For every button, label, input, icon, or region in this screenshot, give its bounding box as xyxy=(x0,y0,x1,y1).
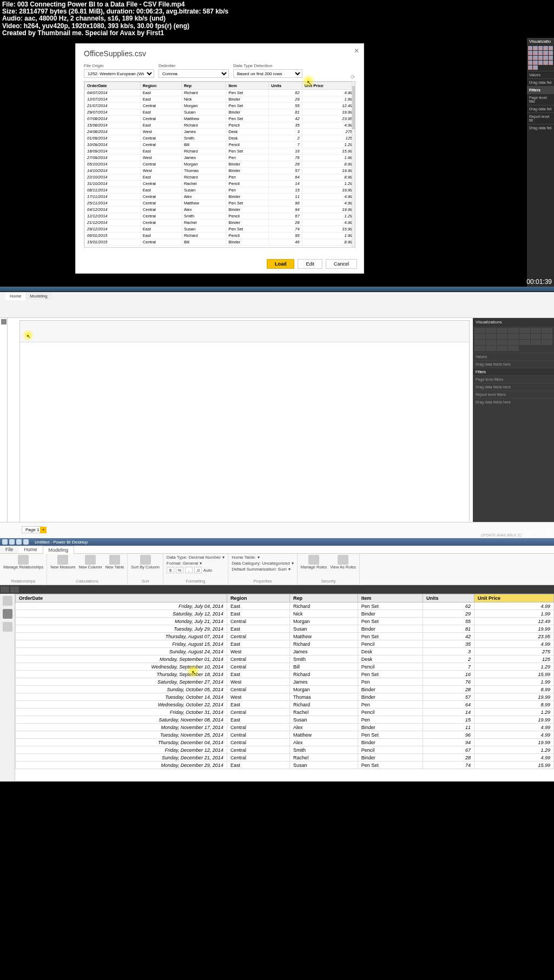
cell[interactable]: Matthew xyxy=(181,200,226,207)
currency-button[interactable]: $ xyxy=(167,567,174,573)
table-row[interactable]: Tuesday, July 29, 2014EastSusanBinder811… xyxy=(16,625,554,633)
cell[interactable]: Pencil xyxy=(226,181,269,187)
cell[interactable]: 2 xyxy=(269,135,302,142)
cell[interactable]: James xyxy=(181,129,226,135)
cell[interactable]: Binder xyxy=(226,168,269,174)
viz-icon[interactable] xyxy=(497,346,507,351)
cell[interactable]: Pencil xyxy=(358,708,423,716)
cell[interactable]: 275 xyxy=(474,648,553,655)
cell[interactable]: Central xyxy=(227,618,289,625)
cell[interactable]: Richard xyxy=(181,233,226,239)
viz-icon[interactable] xyxy=(519,340,530,345)
cell[interactable]: East xyxy=(140,109,181,116)
cell[interactable]: 1.99 xyxy=(302,155,354,161)
column-header[interactable]: OrderDate xyxy=(16,594,227,602)
viz-icon[interactable] xyxy=(528,46,532,50)
cell[interactable]: 8.99 xyxy=(474,701,553,708)
cell[interactable]: Central xyxy=(227,754,289,762)
cell[interactable]: 4.99 xyxy=(302,90,354,96)
cell[interactable]: 4.99 xyxy=(474,754,553,762)
viz-icon[interactable] xyxy=(533,56,537,60)
cell[interactable]: 3 xyxy=(423,648,474,655)
cell[interactable]: Central xyxy=(140,135,181,142)
cell[interactable]: 16 xyxy=(423,671,474,678)
cell[interactable]: Morgan xyxy=(181,161,226,168)
cell[interactable]: Pen Set xyxy=(358,618,423,625)
cell[interactable]: 22/10/2014 xyxy=(85,174,141,181)
cell[interactable]: Central xyxy=(227,739,289,746)
cell[interactable]: Smith xyxy=(181,135,226,142)
table-row[interactable]: 18/09/2014EastRichardPen Set1615.99 xyxy=(85,148,355,155)
cell[interactable]: Central xyxy=(140,213,181,220)
viz-icon[interactable] xyxy=(549,46,553,50)
thousands-button[interactable]: , xyxy=(185,567,193,573)
cell[interactable]: 1.29 xyxy=(474,746,553,754)
cell[interactable]: Central xyxy=(140,207,181,213)
format-select[interactable]: Format: General xyxy=(167,561,198,566)
cell[interactable]: Pencil xyxy=(358,746,423,754)
table-row[interactable]: 01/09/2014CentralSmithDesk2125 xyxy=(85,135,355,142)
cell[interactable]: 28 xyxy=(269,161,302,168)
cell[interactable]: Central xyxy=(140,200,181,207)
cell[interactable]: Central xyxy=(227,663,289,671)
data-category-select[interactable]: Data Category: Uncategorized xyxy=(232,561,290,566)
viz-icon[interactable] xyxy=(549,56,553,60)
cell[interactable]: Binder xyxy=(358,724,423,731)
cell[interactable]: Desk xyxy=(226,129,269,135)
viz-icon[interactable] xyxy=(528,61,532,65)
cell[interactable]: Pencil xyxy=(226,122,269,129)
cell[interactable]: Tuesday, July 29, 2014 xyxy=(16,625,227,633)
cell[interactable]: Central xyxy=(227,633,289,640)
new-column-button[interactable]: New Column xyxy=(79,555,102,570)
cell[interactable]: 14 xyxy=(269,181,302,187)
decimals-select[interactable]: Auto xyxy=(203,568,212,573)
file-origin-select[interactable]: 1252: Western European (Windows) xyxy=(84,69,154,78)
cell[interactable]: 19.99 xyxy=(474,693,553,701)
table-row[interactable]: 15/08/2014EastRichardPencil354.99 xyxy=(85,122,355,129)
cancel-formula-icon[interactable] xyxy=(1,586,9,593)
cell[interactable]: East xyxy=(227,671,289,678)
cell[interactable]: Matthew xyxy=(181,116,226,122)
cell[interactable]: Susan xyxy=(290,625,358,633)
table-row[interactable]: Thursday, September 18, 2014EastRichardP… xyxy=(16,671,554,678)
cell[interactable]: Binder xyxy=(358,754,423,762)
viz-icon[interactable] xyxy=(543,51,548,55)
viz-icon[interactable] xyxy=(549,61,553,65)
column-header[interactable]: Item xyxy=(358,594,423,602)
table-row[interactable]: Monday, September 01, 2014CentralSmithDe… xyxy=(16,655,554,663)
table-row[interactable]: Monday, November 17, 2014CentralAlexBind… xyxy=(16,724,554,731)
detection-select[interactable]: Based on first 200 rows xyxy=(233,69,302,78)
table-row[interactable]: Friday, December 12, 2014CentralSmithPen… xyxy=(16,746,554,754)
cell[interactable]: West xyxy=(227,693,289,701)
cell[interactable]: West xyxy=(140,129,181,135)
table-row[interactable]: 17/11/2014CentralAlexBinder114.99 xyxy=(85,194,355,200)
cell[interactable]: Pen Set xyxy=(226,116,269,122)
column-header[interactable]: Item xyxy=(226,82,269,90)
cell[interactable]: 42 xyxy=(269,116,302,122)
cell[interactable]: 23.95 xyxy=(474,633,553,640)
cell[interactable]: Central xyxy=(140,239,181,246)
table-row[interactable]: Wednesday, October 22, 2014EastRichardPe… xyxy=(16,701,554,708)
table-row[interactable]: 29/07/2014EastSusanBinder8119.99 xyxy=(85,109,355,116)
cell[interactable]: Central xyxy=(227,686,289,693)
data-grid[interactable]: OrderDateRegionRepItemUnitsUnit Price Fr… xyxy=(15,594,554,781)
cell[interactable]: Central xyxy=(227,708,289,716)
cell[interactable]: 1.99 xyxy=(474,678,553,686)
cell[interactable]: Pen xyxy=(226,155,269,161)
cell[interactable]: Rachel xyxy=(290,754,358,762)
cell[interactable]: 29 xyxy=(269,96,302,103)
cell[interactable]: Rachel xyxy=(290,708,358,716)
cell[interactable]: Central xyxy=(140,181,181,187)
commit-formula-icon[interactable] xyxy=(10,586,19,593)
new-measure-button[interactable]: New Measure xyxy=(50,555,75,570)
cell[interactable]: 29/07/2014 xyxy=(85,109,141,116)
cell[interactable]: 15.99 xyxy=(474,762,553,769)
new-table-button[interactable]: New Table xyxy=(105,555,124,570)
table-row[interactable]: Saturday, July 12, 2014EastNickBinder291… xyxy=(16,610,554,618)
viz-icon[interactable] xyxy=(474,334,485,339)
cell[interactable]: 3 xyxy=(269,129,302,135)
cell[interactable]: Central xyxy=(140,116,181,122)
cell[interactable]: 62 xyxy=(269,90,302,96)
cell[interactable]: Sunday, August 24, 2014 xyxy=(16,648,227,655)
cell[interactable]: 8.99 xyxy=(302,174,354,181)
